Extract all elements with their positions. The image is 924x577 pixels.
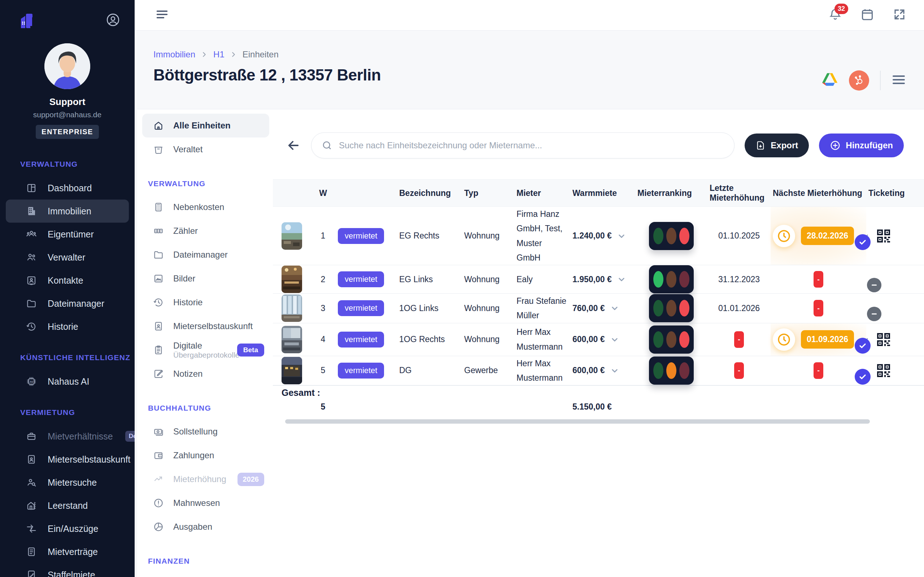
rent-cell[interactable]: 600,00 € — [570, 334, 635, 345]
subnav-item-z-hler[interactable]: 007 Zähler — [142, 219, 269, 243]
chevron-down-icon[interactable] — [609, 303, 620, 314]
avatar[interactable] — [44, 43, 90, 89]
unit-photo[interactable] — [279, 357, 310, 384]
sidebar-item-dateimanager[interactable]: Dateimanager — [6, 292, 129, 315]
next-increase-cell[interactable]: 01.09.2026 — [771, 323, 866, 356]
subnav-item-mahnwesen[interactable]: Mahnwesen — [142, 491, 269, 515]
unit-label: DG — [397, 366, 462, 375]
page-menu-icon[interactable] — [892, 73, 906, 89]
sidebar-item-mietverh-ltnisse[interactable]: Mietverhältnisse Demnächst — [6, 425, 129, 448]
qr-code-icon[interactable] — [875, 331, 892, 348]
sidebar-item-eigent-mer[interactable]: Eigentümer — [6, 222, 129, 246]
table-row[interactable]: 4 vermietet 1OG Rechts Wohnung Herr Max … — [273, 323, 924, 356]
next-increase-date-badge[interactable]: 01.09.2026 — [801, 330, 854, 348]
qr-code-icon[interactable] — [875, 362, 892, 379]
breadcrumb-item[interactable]: Immobilien — [153, 50, 195, 60]
subnav-item-notizen[interactable]: Notizen — [142, 362, 269, 386]
subnav-item-sollstellung[interactable]: Sollstellung — [142, 420, 269, 443]
calendar-icon[interactable] — [861, 8, 874, 23]
sidebar-item-verwalter[interactable]: Verwalter — [6, 246, 129, 269]
traffic-light[interactable] — [649, 222, 694, 250]
traffic-light[interactable] — [649, 326, 694, 354]
ai-chip-icon: AI — [26, 376, 37, 387]
table-row[interactable]: 5 vermietet DG Gewerbe Herr Max Musterma… — [273, 356, 924, 386]
subnav-item-digitale[interactable]: Digitale Übergabeprotokolle Beta — [142, 338, 269, 362]
subnav-item-mieterselbstauskunft[interactable]: Mieterselbstauskunft — [142, 314, 269, 338]
next-increase-date-badge[interactable]: 28.02.2026 — [801, 227, 854, 245]
unit-type: Wohnung — [462, 231, 514, 241]
google-drive-icon[interactable] — [821, 72, 838, 89]
hubspot-icon[interactable] — [849, 70, 869, 90]
unit-photo[interactable] — [279, 266, 310, 293]
subnav-item-mieterh-hung[interactable]: Mieterhöhung 2026 — [142, 467, 269, 491]
subnav-item-label: Zähler — [173, 226, 198, 236]
subnav-item-historie[interactable]: Historie — [142, 290, 269, 314]
rent-cell[interactable]: 760,00 € — [570, 303, 635, 314]
sidebar-item-nahaus-ai[interactable]: AI Nahaus AI — [6, 370, 129, 393]
clock-icon — [773, 328, 795, 351]
subnav-item-bilder[interactable]: Bilder — [142, 267, 269, 290]
search-input[interactable] — [339, 140, 724, 150]
sidebar-item-mieterselbstauskunft[interactable]: Mieterselbstauskunft — [6, 448, 129, 471]
unit-photo[interactable] — [279, 326, 310, 353]
subnav-item-dateimanager[interactable]: Dateimanager — [142, 243, 269, 267]
breadcrumb-item[interactable]: H1 — [213, 50, 224, 60]
chevron-down-icon[interactable] — [609, 365, 620, 376]
subnav-item-veraltet[interactable]: Veraltet — [142, 137, 269, 161]
sidebar-item-immobilien[interactable]: Immobilien — [6, 200, 129, 222]
subnav-item-label: Ausgaben — [173, 522, 212, 532]
chevron-down-icon[interactable] — [609, 334, 620, 345]
unit-number: 4 — [310, 335, 336, 344]
table-row[interactable]: 2 vermietet EG Links Wohnung Ealy 1.950,… — [273, 265, 924, 294]
notifications-bell-icon[interactable]: 32 — [829, 8, 842, 23]
rent-cell[interactable]: 1.950,00 € — [570, 274, 635, 285]
sidebar-item-dashboard[interactable]: Dashboard — [6, 176, 129, 200]
sidebar-item-label: Immobilien — [48, 206, 91, 216]
subnav-item-label: Mieterselbstauskunft — [173, 321, 253, 331]
sidebar-item-leerstand[interactable]: Leerstand — [6, 494, 129, 517]
search-box[interactable] — [311, 132, 735, 158]
banknote-icon — [153, 426, 164, 437]
subnav-item-nebenkosten[interactable]: Nebenkosten — [142, 195, 269, 219]
rent-cell[interactable]: 600,00 € — [570, 365, 635, 376]
last-increase-cell: 31.12.2023 — [708, 275, 771, 284]
page-head: Immobilien H1 Einheiten Böttgerstraße 12… — [135, 31, 924, 109]
sidebar-item-historie[interactable]: Historie — [6, 315, 129, 338]
sidebar-item-label: Eigentümer — [48, 229, 94, 240]
horizontal-scrollbar[interactable] — [285, 419, 870, 424]
rent-cell[interactable]: 1.240,00 € — [570, 230, 635, 242]
unit-photo[interactable] — [279, 222, 310, 250]
export-button[interactable]: Export — [745, 134, 809, 157]
nahaus-logo-icon[interactable] — [16, 10, 37, 31]
last-increase-date: 31.12.2023 — [718, 275, 760, 284]
back-arrow-icon[interactable] — [286, 138, 301, 153]
traffic-light[interactable] — [649, 265, 694, 293]
qr-code-icon[interactable] — [875, 227, 892, 245]
chevron-down-icon[interactable] — [616, 274, 627, 285]
traffic-light[interactable] — [649, 356, 694, 385]
traffic-light[interactable] — [649, 294, 694, 322]
table-row[interactable]: 1 vermietet EG Rechts Wohnung Firma Hanz… — [273, 207, 924, 265]
history-icon — [26, 321, 37, 332]
subnav-item-e-r[interactable]: EüR Beta — [142, 573, 269, 577]
sidebar-item-mietersuche[interactable]: Mietersuche — [6, 471, 129, 494]
sidebar-item-staffelmiete[interactable]: Staffelmiete — [6, 563, 129, 577]
chevron-down-icon[interactable] — [616, 230, 627, 242]
unit-photo[interactable] — [279, 295, 310, 322]
sidebar-item-ein-ausz-ge[interactable]: Ein/Auszüge — [6, 517, 129, 540]
subnav-item-zahlungen[interactable]: Zahlungen — [142, 443, 269, 467]
tenant-name: Herr Max Mustermann — [514, 325, 570, 354]
hamburger-menu-icon[interactable] — [156, 8, 169, 23]
fullscreen-icon[interactable] — [893, 8, 906, 23]
subnav-item-alle-einheiten[interactable]: Alle Einheiten — [142, 114, 269, 137]
sidebar-item-mietvertr-ge[interactable]: Mietverträge — [6, 540, 129, 563]
green-light — [653, 300, 663, 316]
table-row[interactable]: 3 vermietet 1OG Links Wohnung Frau Stefa… — [273, 294, 924, 323]
add-button[interactable]: Hinzufügen — [819, 134, 904, 157]
subnav-item-ausgaben[interactable]: Ausgaben — [142, 515, 269, 539]
next-increase-cell[interactable]: 28.02.2026 — [771, 207, 866, 265]
profile-icon[interactable] — [106, 13, 120, 29]
sidebar-item-kontakte[interactable]: Kontakte — [6, 269, 129, 292]
chevron-right-icon — [229, 50, 237, 58]
subnav-item-label: Sollstellung — [173, 427, 218, 437]
